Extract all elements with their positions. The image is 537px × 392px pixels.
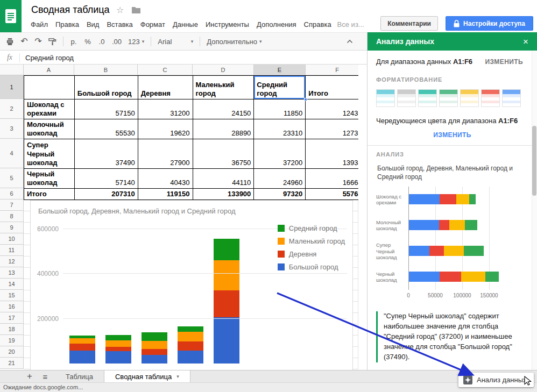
row-header-21[interactable]: 21 xyxy=(0,358,24,369)
paint-format-button[interactable] xyxy=(46,35,59,48)
row-header-6[interactable]: 6 xyxy=(0,188,24,199)
fill-handle[interactable] xyxy=(304,98,307,101)
cell-B2[interactable]: 57150 xyxy=(75,99,138,119)
cell-B3[interactable]: 55530 xyxy=(75,119,138,139)
cell-F1[interactable]: Итого xyxy=(306,76,358,99)
color-scheme-6[interactable] xyxy=(481,89,500,107)
color-scheme-3[interactable] xyxy=(418,89,437,107)
row-header-1[interactable]: 1 xyxy=(0,75,24,99)
column-header-C[interactable]: C xyxy=(138,65,193,75)
row-header-11[interactable]: 11 xyxy=(0,245,24,256)
currency-format-button[interactable]: р. xyxy=(67,35,80,48)
sheet-tab-Таблица[interactable]: Таблица xyxy=(55,370,104,382)
cell-F3[interactable]: 127350 xyxy=(306,119,358,139)
formula-input[interactable]: Средний город xyxy=(20,54,74,62)
color-scheme-5[interactable] xyxy=(460,89,479,107)
more-toolbar-button[interactable]: Дополнительно ▾ xyxy=(204,35,264,48)
panel-scrollbar[interactable] xyxy=(532,51,537,370)
column-header-F[interactable]: F xyxy=(306,65,358,75)
close-icon[interactable]: × xyxy=(523,37,528,46)
menu-item-Файл[interactable]: Файл xyxy=(27,19,52,30)
collapse-toolbar-button[interactable] xyxy=(343,35,356,48)
menu-item-Правка[interactable]: Правка xyxy=(52,19,83,30)
cell-B5[interactable]: 57140 xyxy=(75,169,138,189)
row-header-4[interactable]: 4 xyxy=(0,139,24,168)
cell-A1[interactable] xyxy=(24,76,75,99)
tab-dropdown-icon[interactable]: ▾ xyxy=(176,374,179,379)
menu-item-Данные[interactable]: Данные xyxy=(169,19,202,30)
redo-button[interactable]: ↷ xyxy=(32,35,45,48)
select-all-corner[interactable] xyxy=(0,65,24,75)
cell-F2[interactable]: 124350 xyxy=(306,99,358,119)
embedded-chart[interactable]: Большой город, Деревня, Маленький город … xyxy=(30,200,353,370)
decrease-decimal-button[interactable]: .0 xyxy=(95,35,108,48)
share-button[interactable]: Настройки доступа xyxy=(446,16,533,31)
cell-E5[interactable]: 24960 xyxy=(254,169,306,189)
cell-D5[interactable]: 44110 xyxy=(193,169,255,189)
cell-D2[interactable]: 24150 xyxy=(193,99,255,119)
cell-D3[interactable]: 28890 xyxy=(193,119,255,139)
row-header-2[interactable]: 2 xyxy=(0,99,24,119)
row-header-7[interactable]: 7 xyxy=(0,199,24,211)
save-status[interactable]: Все из... xyxy=(337,20,364,28)
comments-button[interactable]: Комментарии xyxy=(380,16,438,31)
column-header-A[interactable]: A xyxy=(24,65,74,75)
cell-B4[interactable]: 37490 xyxy=(75,139,138,169)
cell-E2[interactable]: 11850 xyxy=(254,99,306,119)
cell-E1[interactable]: Средний город xyxy=(254,76,306,99)
undo-button[interactable]: ↶ xyxy=(18,35,31,48)
cell-A5[interactable]: Черный шоколад xyxy=(24,169,75,189)
row-header-20[interactable]: 20 xyxy=(0,346,24,358)
cell-D4[interactable]: 36750 xyxy=(193,139,255,169)
row-header-16[interactable]: 16 xyxy=(0,301,24,312)
row-header-9[interactable]: 9 xyxy=(0,222,24,233)
explore-button[interactable]: Анализ данных xyxy=(458,373,534,387)
menu-item-Инструменты[interactable]: Инструменты xyxy=(202,19,253,30)
sheet-tab-Сводная таблица[interactable]: Сводная таблица▾ xyxy=(104,370,190,382)
cell-F4[interactable]: 139340 xyxy=(306,139,358,169)
row-header-13[interactable]: 13 xyxy=(0,267,24,279)
color-scheme-7[interactable] xyxy=(502,89,521,107)
menu-item-Вид[interactable]: Вид xyxy=(83,19,103,30)
panel-scrollbar-thumb[interactable] xyxy=(532,126,536,196)
cell-C1[interactable]: Деревня xyxy=(138,76,193,99)
menu-item-Справка[interactable]: Справка xyxy=(300,19,335,30)
cell-B1[interactable]: Большой город xyxy=(75,76,138,99)
column-header-B[interactable]: B xyxy=(74,65,138,75)
row-header-5[interactable]: 5 xyxy=(0,168,24,188)
cell-A3[interactable]: Молочный шоколад xyxy=(24,119,75,139)
row-header-12[interactable]: 12 xyxy=(0,256,24,267)
cell-E6[interactable]: 97320 xyxy=(254,189,306,200)
color-scheme-2[interactable] xyxy=(397,89,416,107)
cell-A4[interactable]: Супер Черный шоколад xyxy=(24,139,75,169)
column-header-D[interactable]: D xyxy=(193,65,254,75)
sheets-logo-icon[interactable] xyxy=(0,0,22,32)
row-header-17[interactable]: 17 xyxy=(0,312,24,324)
font-select[interactable]: Arial ▾ xyxy=(155,35,196,48)
folder-icon[interactable] xyxy=(131,6,141,16)
cell-C2[interactable]: 31200 xyxy=(138,99,193,119)
cell-D1[interactable]: Маленький город xyxy=(193,76,255,99)
all-sheets-menu-icon[interactable]: ≡ xyxy=(38,370,53,382)
cell-D6[interactable]: 133900 xyxy=(193,189,255,200)
number-format-button[interactable]: 123 ▾ xyxy=(125,35,147,48)
row-header-15[interactable]: 15 xyxy=(0,290,24,301)
row-header-10[interactable]: 10 xyxy=(0,233,24,245)
row-header-14[interactable]: 14 xyxy=(0,279,24,290)
cell-A2[interactable]: Шоколад с орехами xyxy=(24,99,75,119)
cell-E3[interactable]: 23310 xyxy=(254,119,306,139)
menu-item-Вставка[interactable]: Вставка xyxy=(103,19,136,30)
cell-F5[interactable]: 166640 xyxy=(306,169,358,189)
row-header-3[interactable]: 3 xyxy=(0,119,24,139)
cell-A6[interactable]: Итого xyxy=(24,189,75,200)
star-icon[interactable]: ☆ xyxy=(116,5,124,15)
cell-E4[interactable]: 37200 xyxy=(254,139,306,169)
cell-C4[interactable]: 27900 xyxy=(138,139,193,169)
edit-colors-link[interactable]: ИЗМЕНИТЬ xyxy=(368,126,537,145)
doc-title[interactable]: Сводная таблица xyxy=(31,4,110,16)
increase-decimal-button[interactable]: .00 xyxy=(109,35,124,48)
cell-C5[interactable]: 40430 xyxy=(138,169,193,189)
cell-C6[interactable]: 119150 xyxy=(138,189,193,200)
column-header-E[interactable]: E xyxy=(254,65,306,75)
color-scheme-1[interactable] xyxy=(376,89,395,107)
